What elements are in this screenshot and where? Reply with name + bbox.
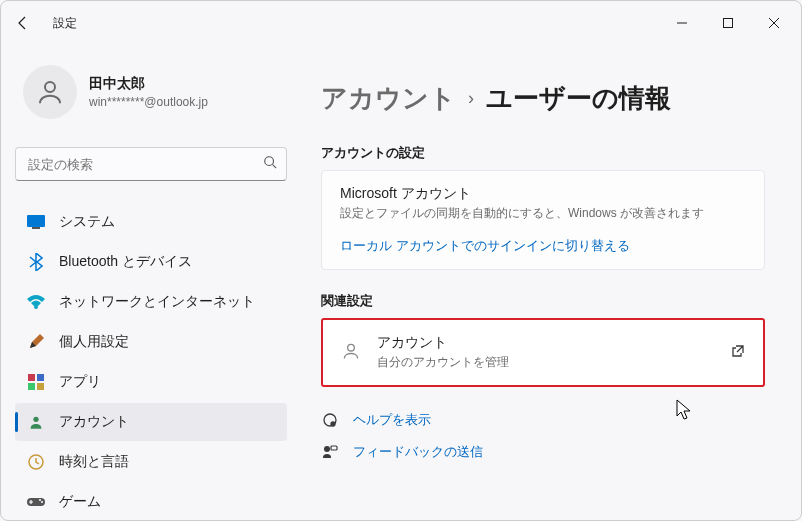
sidebar-item-label: ネットワークとインターネット: [59, 293, 255, 311]
breadcrumb: アカウント › ユーザーの情報: [321, 81, 765, 116]
manage-account-subtitle: 自分のアカウントを管理: [377, 354, 509, 371]
svg-point-20: [331, 422, 335, 426]
main-panel: アカウント › ユーザーの情報 アカウントの設定 Microsoft アカウント…: [301, 45, 801, 520]
microsoft-account-card: Microsoft アカウント 設定とファイルの同期を自動的にすると、Windo…: [321, 170, 765, 270]
titlebar: 設定: [1, 1, 801, 45]
sidebar-item-label: ゲーム: [59, 493, 101, 511]
sidebar-item-gaming[interactable]: ゲーム: [15, 483, 287, 520]
page-title: ユーザーの情報: [486, 81, 671, 116]
user-name: 田中太郎: [89, 75, 208, 93]
sidebar: 田中太郎 win********@outlook.jp システム Bluetoo…: [1, 45, 301, 520]
section-account-settings-label: アカウントの設定: [321, 144, 765, 162]
svg-point-16: [39, 499, 41, 501]
svg-rect-1: [724, 19, 733, 28]
nav-list: システム Bluetooth とデバイス ネットワークとインターネット 個人用設…: [15, 203, 287, 520]
wifi-icon: [27, 293, 45, 311]
search-input[interactable]: [15, 147, 287, 181]
apps-icon: [27, 373, 45, 391]
brush-icon: [27, 333, 45, 351]
svg-rect-8: [32, 227, 40, 229]
sidebar-item-label: Bluetooth とデバイス: [59, 253, 192, 271]
feedback-icon: [321, 444, 339, 460]
search-box: [15, 147, 287, 181]
svg-point-18: [348, 344, 355, 351]
svg-rect-7: [27, 215, 45, 227]
open-external-icon: [731, 344, 745, 362]
bluetooth-icon: [27, 253, 45, 271]
search-icon: [263, 155, 277, 173]
svg-point-5: [265, 157, 274, 166]
svg-point-21: [324, 446, 330, 452]
section-related-label: 関連設定: [321, 292, 765, 310]
maximize-button[interactable]: [705, 7, 751, 39]
switch-local-account-link[interactable]: ローカル アカウントでのサインインに切り替える: [340, 238, 630, 253]
sidebar-item-accounts[interactable]: アカウント: [15, 403, 287, 441]
avatar: [23, 65, 77, 119]
user-email: win********@outlook.jp: [89, 95, 208, 109]
sidebar-item-personalization[interactable]: 個人用設定: [15, 323, 287, 361]
help-link[interactable]: ヘルプを表示: [321, 411, 765, 429]
microsoft-account-subtitle: 設定とファイルの同期を自動的にすると、Windows が改善されます: [340, 205, 746, 222]
svg-line-6: [273, 165, 277, 169]
sidebar-item-bluetooth[interactable]: Bluetooth とデバイス: [15, 243, 287, 281]
minimize-button[interactable]: [659, 7, 705, 39]
person-icon: [27, 413, 45, 431]
feedback-link-label: フィードバックの送信: [353, 443, 483, 461]
help-link-label: ヘルプを表示: [353, 411, 431, 429]
manage-account-title: アカウント: [377, 334, 509, 352]
svg-rect-9: [28, 374, 35, 381]
svg-rect-12: [37, 383, 44, 390]
window-controls: [659, 7, 797, 39]
game-icon: [27, 493, 45, 511]
svg-point-4: [45, 82, 55, 92]
help-icon: [321, 412, 339, 428]
arrow-left-icon: [15, 15, 31, 31]
svg-point-17: [41, 501, 43, 503]
sidebar-item-label: システム: [59, 213, 115, 231]
app-title: 設定: [53, 15, 77, 32]
sidebar-item-label: アプリ: [59, 373, 101, 391]
close-button[interactable]: [751, 7, 797, 39]
sidebar-item-label: アカウント: [59, 413, 129, 431]
manage-account-card[interactable]: アカウント 自分のアカウントを管理: [321, 318, 765, 387]
clock-icon: [27, 453, 45, 471]
user-block[interactable]: 田中太郎 win********@outlook.jp: [15, 65, 287, 119]
microsoft-account-title: Microsoft アカウント: [340, 185, 746, 203]
feedback-link[interactable]: フィードバックの送信: [321, 443, 765, 461]
svg-point-13: [33, 417, 38, 422]
system-icon: [27, 213, 45, 231]
sidebar-item-system[interactable]: システム: [15, 203, 287, 241]
person-icon: [341, 341, 361, 365]
sidebar-item-label: 個人用設定: [59, 333, 129, 351]
svg-rect-11: [28, 383, 35, 390]
breadcrumb-parent[interactable]: アカウント: [321, 81, 456, 116]
sidebar-item-label: 時刻と言語: [59, 453, 129, 471]
back-button[interactable]: [5, 5, 41, 41]
sidebar-item-network[interactable]: ネットワークとインターネット: [15, 283, 287, 321]
chevron-right-icon: ›: [468, 88, 474, 109]
svg-rect-22: [331, 446, 337, 450]
help-list: ヘルプを表示 フィードバックの送信: [321, 411, 765, 461]
sidebar-item-apps[interactable]: アプリ: [15, 363, 287, 401]
svg-rect-10: [37, 374, 44, 381]
person-icon: [35, 77, 65, 107]
sidebar-item-time-language[interactable]: 時刻と言語: [15, 443, 287, 481]
